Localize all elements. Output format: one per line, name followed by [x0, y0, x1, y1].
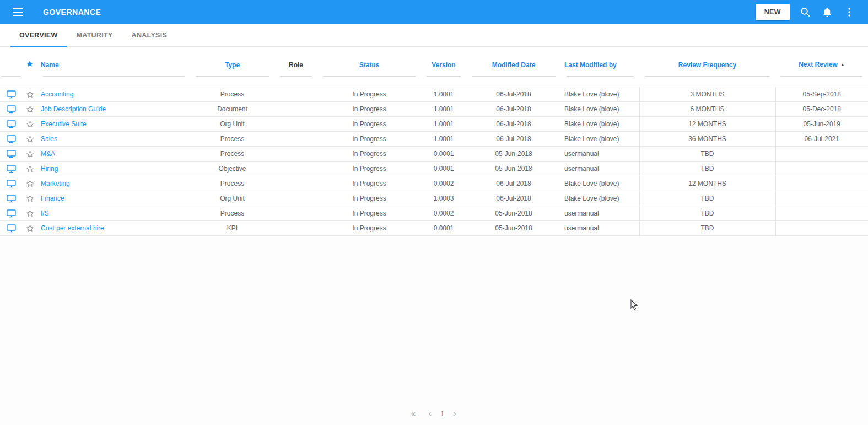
favorite-star-button[interactable] — [26, 180, 34, 188]
filter-input-name[interactable] — [37, 69, 190, 87]
column-header-type[interactable]: Type — [190, 47, 274, 69]
notifications-bell-icon[interactable] — [816, 1, 838, 23]
cell-version: 1.0001 — [421, 117, 466, 132]
item-name-link[interactable]: Executive Suite — [41, 120, 87, 128]
cell-role — [274, 176, 317, 191]
filter-input-review_frequency[interactable] — [639, 69, 775, 87]
column-header-modified_date[interactable]: Modified Date — [466, 47, 561, 69]
column-header-label: Type — [225, 61, 240, 69]
cell-name: Hiring — [37, 162, 190, 176]
tab-analysis[interactable]: ANALYSIS — [122, 24, 176, 46]
column-header-fav[interactable] — [22, 47, 37, 69]
open-item-button[interactable] — [7, 105, 16, 114]
item-name-link[interactable]: Accounting — [41, 90, 73, 98]
table-body: AccountingProcessIn Progress1.000106-Jul… — [0, 87, 868, 236]
open-item-button[interactable] — [7, 165, 16, 173]
filter-input-role[interactable] — [274, 69, 317, 87]
cell-modified_date: 06-Jul-2018 — [466, 117, 561, 132]
column-header-label: Version — [432, 61, 455, 69]
cell-modified_date: 06-Jul-2018 — [466, 102, 561, 117]
cell-type: Document — [190, 102, 274, 117]
search-icon[interactable] — [794, 1, 816, 23]
cell-review_frequency: TBD — [639, 221, 775, 236]
item-name-link[interactable]: Sales — [41, 135, 57, 143]
pagination-first-icon[interactable]: « — [407, 407, 419, 419]
column-header-label: Modified Date — [492, 61, 536, 69]
column-header-role[interactable]: Role — [274, 47, 317, 69]
filter-input-last_modified_by[interactable] — [561, 69, 639, 87]
tab-overview[interactable]: OVERVIEW — [10, 24, 67, 46]
column-header-version[interactable]: Version — [421, 47, 466, 69]
cell-review_frequency: TBD — [639, 147, 775, 162]
cell-status: In Progress — [317, 147, 421, 162]
favorite-star-button[interactable] — [26, 224, 34, 233]
favorite-star-button[interactable] — [26, 195, 34, 203]
cell-status: In Progress — [317, 206, 421, 221]
star-outline-icon — [26, 135, 34, 143]
cell-open-icon — [0, 162, 22, 176]
filter-input-type[interactable] — [190, 69, 274, 87]
favorite-star-button[interactable] — [26, 150, 34, 158]
cell-favorite — [22, 191, 37, 206]
cell-type: Process — [190, 176, 274, 191]
cell-next_review — [775, 176, 868, 191]
item-name-link[interactable]: Hiring — [41, 165, 58, 173]
magnifier-glyph — [800, 7, 810, 17]
favorite-star-button[interactable] — [26, 120, 34, 128]
cell-name: Accounting — [37, 87, 190, 102]
open-item-button[interactable] — [7, 195, 16, 203]
favorite-star-button[interactable] — [26, 90, 34, 99]
column-header-name[interactable]: Name — [37, 47, 190, 69]
favorite-star-button[interactable] — [26, 165, 34, 173]
open-item-button[interactable] — [7, 90, 16, 99]
column-header-icon — [0, 47, 22, 69]
favorite-star-button[interactable] — [26, 135, 34, 143]
filter-underline — [427, 76, 461, 77]
open-item-button[interactable] — [7, 209, 16, 218]
cell-status: In Progress — [317, 191, 421, 206]
favorite-star-button[interactable] — [26, 105, 34, 114]
cell-version: 0.0001 — [421, 147, 466, 162]
open-item-button[interactable] — [7, 224, 16, 233]
new-button[interactable]: NEW — [756, 4, 790, 20]
item-name-link[interactable]: Job Description Guide — [41, 105, 106, 113]
kebab-menu-icon[interactable] — [838, 1, 860, 23]
filter-input-modified_date[interactable] — [466, 69, 561, 87]
cell-role — [274, 102, 317, 117]
open-item-button[interactable] — [7, 135, 16, 143]
pagination-next-icon[interactable]: › — [449, 407, 461, 419]
favorite-star-button[interactable] — [26, 209, 34, 218]
pagination-previous-icon[interactable]: ‹ — [424, 407, 436, 419]
table-row: Job Description GuideDocumentIn Progress… — [0, 102, 868, 117]
open-item-button[interactable] — [7, 120, 16, 128]
filter-input-icon[interactable] — [0, 69, 22, 87]
item-name-link[interactable]: M&A — [41, 150, 55, 158]
pagination-current-page[interactable]: 1 — [440, 410, 444, 418]
cell-modified_date: 06-Jul-2018 — [466, 191, 561, 206]
hamburger-menu-icon[interactable] — [7, 1, 29, 23]
column-header-next_review[interactable]: Next Review▲ — [775, 47, 868, 69]
table-row: HiringObjectiveIn Progress0.000105-Jun-2… — [0, 162, 868, 176]
cell-type: Process — [190, 147, 274, 162]
column-header-status[interactable]: Status — [317, 47, 421, 69]
item-name-link[interactable]: Marketing — [41, 180, 70, 187]
cell-status: In Progress — [317, 117, 421, 132]
column-header-label: Review Frequency — [678, 61, 736, 69]
filter-input-version[interactable] — [421, 69, 466, 87]
table-row: AccountingProcessIn Progress1.000106-Jul… — [0, 87, 868, 102]
column-header-last_modified_by[interactable]: Last Modified by — [561, 47, 639, 69]
item-name-link[interactable]: Cost per external hire — [41, 224, 104, 232]
cell-next_review — [775, 206, 868, 221]
item-name-link[interactable]: I/S — [41, 209, 49, 217]
tab-maturity[interactable]: MATURITY — [67, 24, 122, 46]
column-header-review_frequency[interactable]: Review Frequency — [639, 47, 775, 69]
cell-role — [274, 162, 317, 176]
open-item-button[interactable] — [7, 180, 16, 188]
open-item-button[interactable] — [7, 150, 16, 158]
filter-underline — [323, 76, 416, 77]
item-name-link[interactable]: Finance — [41, 195, 64, 202]
filter-underline — [196, 76, 269, 77]
filter-input-status[interactable] — [317, 69, 421, 87]
filter-input-next_review[interactable] — [775, 69, 868, 87]
cell-open-icon — [0, 117, 22, 132]
